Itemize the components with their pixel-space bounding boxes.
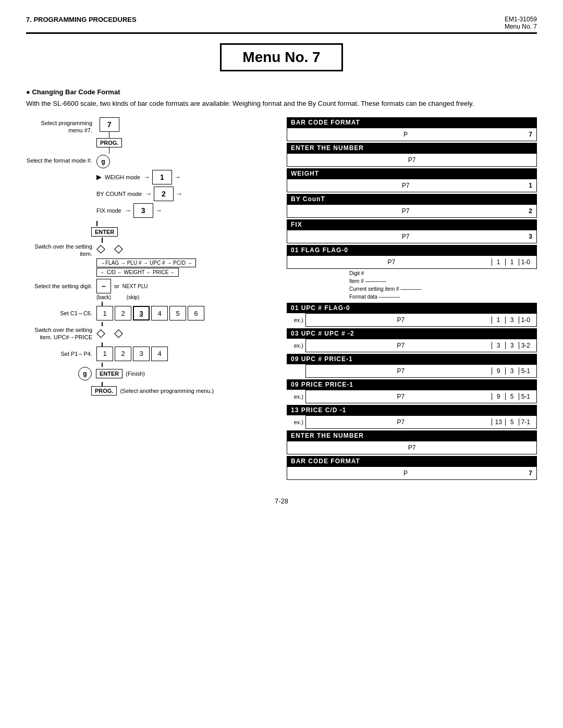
diamond-right-1 (114, 243, 127, 255)
screen-header: 01 UPC # FLAG-0 (287, 303, 537, 313)
screen-header: WEIGHT (287, 168, 537, 179)
screen-right-val: 1 (520, 182, 532, 189)
menu-title-wrapper: Menu No. 7 (26, 43, 537, 81)
fix-mode-row: FIX mode → 3 → (96, 203, 162, 218)
weigh-arrow: ▶ (96, 173, 102, 181)
set-c-label: Set C1～C6. (26, 310, 96, 317)
or-label: or (114, 283, 119, 289)
screen-center-val: P7 (291, 207, 520, 215)
screen-header: ENTER THE NUMBER (287, 430, 537, 441)
ex-cell-1: 3 (505, 342, 519, 349)
screen-center-val: P (291, 470, 520, 477)
diamond-left-2 (96, 327, 109, 340)
ex-label: ex.) (287, 317, 303, 323)
ex-cell-0: 1 (492, 316, 505, 324)
ex-cell-0: 3 (492, 342, 505, 349)
ex-center-val: P7 (310, 316, 492, 324)
screen-data-row: P72 (287, 204, 537, 218)
minus-box: – (96, 279, 111, 293)
page-header: 7. PROGRAMMING PROCEDURES EM1-31059 Menu… (26, 16, 537, 30)
screen-cell-2: 1-0 (519, 258, 532, 266)
screen-center-val: P7 (291, 233, 520, 240)
fix-mode-label: FIX mode (96, 207, 121, 214)
select-another-label: (Select another programming menu.) (120, 388, 214, 394)
weigh-right-arrow: → (143, 173, 150, 181)
c-num-1: 1 (96, 306, 113, 320)
screen-cell-1: 1 (505, 258, 519, 266)
p-num-boxes: 1 2 3 4 (96, 347, 168, 361)
ex-center-val: P7 (310, 367, 492, 375)
ex-label: ex.) (287, 393, 303, 400)
ex-label: ex.) (287, 342, 303, 349)
ex-cell-2: 1-0 (519, 316, 532, 324)
c-num-boxes: 1 2 3 4 5 6 (96, 306, 204, 320)
c-num-3: 3 (133, 306, 150, 320)
screen-header: FIX (287, 219, 537, 230)
screen-header: 01 FLAG FLAG-0 (287, 245, 537, 255)
screen-header: BY CounT (287, 194, 537, 204)
flag-loop-row2: ← C/D ← WEIGHT ← PRICE ← (96, 268, 179, 277)
step2-label: Select the format mode #. (26, 157, 96, 164)
flowchart: Select programming menu #7. 7 PROG. Sele… (26, 117, 276, 482)
intro-text: With the SL-6600 scale, two kinds of bar… (26, 98, 537, 109)
ex-center-val: P7 (310, 393, 492, 400)
ex-cell-2: 5-1 (519, 367, 532, 375)
weigh-box: 1 (152, 170, 172, 184)
screen-center-val: P7 (291, 182, 520, 189)
ex-cell-1: 3 (505, 367, 519, 375)
p-num-1: 1 (96, 347, 113, 361)
screen-ex-inner: P7935-1 (305, 364, 537, 378)
screen-header: BAR CODE FORMAT (287, 117, 537, 128)
screen-data-row: P7 (287, 153, 537, 167)
screen-header: 09 UPC # PRICE-1 (287, 354, 537, 364)
screen-header: 03 UPC # UPC # -2 (287, 328, 537, 339)
screen-multi-row: P7111-0 (287, 255, 537, 269)
step1-box: 7 (100, 117, 119, 132)
c-num-4: 4 (151, 306, 168, 320)
c-num-6: 6 (188, 306, 204, 320)
screens-container: BAR CODE FORMATP7ENTER THE NUMBERP7WEIGH… (287, 117, 537, 480)
ex-cell-2: 7-1 (519, 418, 532, 426)
screen-center-val: P7 (291, 444, 532, 451)
screen-ex-row: ex.)P71357-1 (287, 415, 537, 429)
weigh-mode-row: ▶ WEIGH mode → 1 → (96, 170, 181, 184)
select-digit-label: Select the setting digit. (26, 282, 96, 290)
screen-center-val: P7 (291, 258, 492, 266)
ex-label: ex.) (287, 419, 303, 425)
p-num-2: 2 (115, 347, 131, 361)
ex-cell-2: 5-1 (519, 393, 532, 400)
screen-center-val: P (291, 131, 520, 138)
screen-ex-row: ex.)P7955-1 (287, 390, 537, 403)
screen-note: Digit #Item # ————Current setting item #… (349, 269, 537, 301)
set-p-label: Set P1～P4. (26, 350, 96, 357)
diamond-left-1 (96, 243, 109, 255)
skip-label: (skip) (127, 294, 139, 300)
ex-cell-2: 3-2 (519, 342, 532, 349)
screen-data-row: P7 (287, 466, 537, 480)
screen-right-val: 7 (520, 131, 532, 138)
ex-cell-0: 13 (492, 418, 505, 426)
section-title: 7. PROGRAMMING PROCEDURES (26, 16, 137, 23)
screen-header: 13 PRICE C/D -1 (287, 405, 537, 415)
circle-g2: g (78, 367, 92, 380)
back-label: (back) (96, 294, 111, 300)
ex-cell-0: 9 (492, 367, 505, 375)
screen-right-val: 7 (520, 470, 532, 477)
enter-button-2: ENTER (96, 369, 123, 378)
flag-loop-row1: →FLAG → PLU # → UPC # → PC/D → (96, 258, 196, 267)
fix-box: 3 (133, 203, 153, 218)
main-content: Select programming menu #7. 7 PROG. Sele… (26, 117, 537, 482)
screen-ex-row: ex.)P7131-0 (287, 313, 537, 327)
diamond-right-2 (114, 327, 127, 340)
prog-button-2: PROG. (91, 386, 117, 396)
screen-cell-0: 1 (492, 258, 505, 266)
bycount-mode-label: BY COUNT mode (96, 191, 142, 197)
bycount-box: 2 (154, 187, 174, 201)
screen-data-row: P73 (287, 230, 537, 243)
c-num-5: 5 (169, 306, 186, 320)
switch-label: Switch over the setting item. (26, 243, 96, 258)
ex-cell-1: 5 (505, 418, 519, 426)
doc-number: EM1-31059 (505, 16, 537, 23)
screen-ex-row: P7935-1 (287, 364, 537, 378)
screen-ex-inner: P71357-1 (305, 415, 537, 429)
